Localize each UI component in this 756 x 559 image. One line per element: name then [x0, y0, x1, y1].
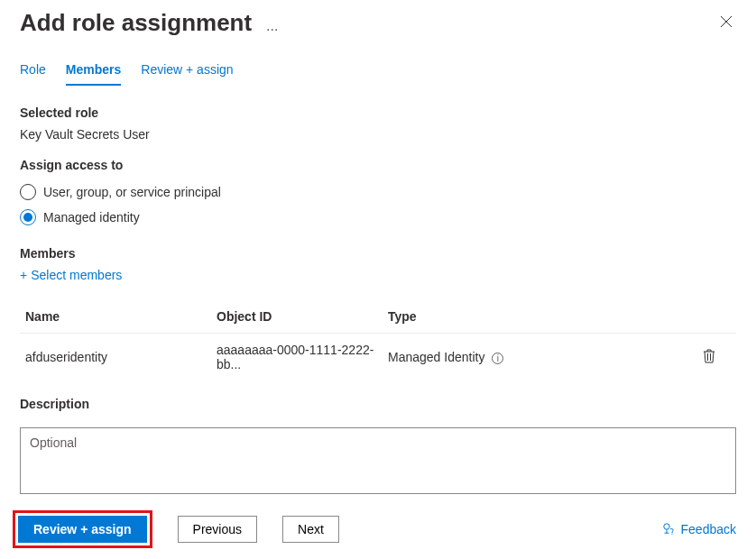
table-row: afduseridentity aaaaaaaa-0000-1111-2222-…	[20, 334, 736, 380]
close-icon[interactable]	[716, 12, 736, 35]
cell-type: Managed Identity	[388, 350, 484, 364]
members-label: Members	[20, 246, 736, 261]
review-assign-button[interactable]: Review + assign	[18, 516, 147, 543]
review-assign-highlight: Review + assign	[13, 510, 152, 548]
select-members-text: Select members	[31, 268, 122, 282]
tab-bar: Role Members Review + assign	[0, 37, 756, 86]
radio-icon	[20, 209, 36, 225]
svg-point-0	[663, 523, 668, 528]
members-table-head: Name Object ID Type	[20, 282, 736, 334]
page-title: Add role assignment	[20, 9, 252, 36]
footer: Review + assign Previous Next Feedback	[0, 499, 756, 559]
radio-user-group[interactable]: User, group, or service principal	[20, 179, 736, 205]
delete-icon[interactable]	[703, 349, 715, 366]
tab-members[interactable]: Members	[66, 62, 121, 86]
feedback-link[interactable]: Feedback	[661, 521, 736, 538]
info-icon[interactable]: i	[492, 353, 503, 364]
description-textarea[interactable]	[20, 427, 736, 494]
cell-object-id: aaaaaaaa-0000-1111-2222-bb...	[217, 343, 388, 371]
feedback-text: Feedback	[681, 522, 736, 536]
select-members-link[interactable]: + Select members	[20, 268, 736, 282]
plus-icon: +	[20, 268, 27, 282]
radio-managed-identity[interactable]: Managed identity	[20, 205, 736, 230]
next-button[interactable]: Next	[282, 516, 339, 543]
col-name: Name	[20, 309, 217, 324]
previous-button[interactable]: Previous	[178, 516, 257, 543]
assign-access-label: Assign access to	[20, 158, 736, 172]
feedback-icon	[661, 521, 676, 538]
tab-review[interactable]: Review + assign	[141, 62, 233, 86]
selected-role-label: Selected role	[20, 105, 736, 120]
tab-role[interactable]: Role	[20, 62, 46, 86]
radio-user-label: User, group, or service principal	[43, 185, 221, 199]
col-object-id: Object ID	[217, 309, 388, 324]
radio-icon	[20, 184, 36, 200]
cell-name: afduseridentity	[20, 350, 217, 364]
radio-mi-label: Managed identity	[43, 210, 140, 225]
description-label: Description	[20, 397, 736, 411]
svg-point-1	[671, 533, 672, 534]
more-icon[interactable]: ···	[266, 22, 278, 37]
col-type: Type	[388, 309, 682, 324]
selected-role-value: Key Vault Secrets User	[20, 127, 736, 142]
